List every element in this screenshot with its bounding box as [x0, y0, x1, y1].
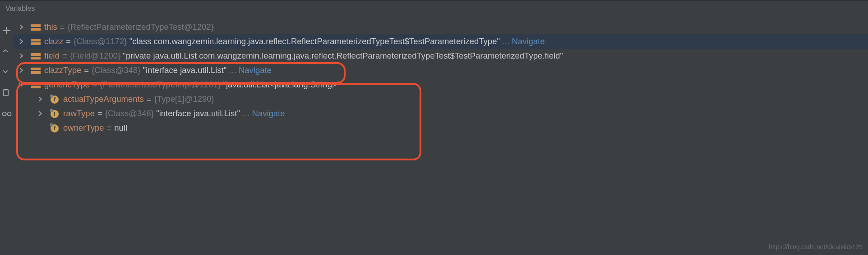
string-value: "class com.wangzemin.learning.java.refle… — [129, 36, 500, 46]
chevron-right-icon[interactable] — [35, 109, 45, 118]
svg-rect-5 — [31, 28, 41, 31]
ellipsis: … — [228, 65, 237, 75]
ellipsis: … — [242, 109, 250, 118]
object-reference: {Class@348} — [105, 109, 154, 118]
svg-rect-8 — [31, 53, 41, 56]
navigate-link[interactable]: Navigate — [512, 36, 545, 46]
table-row[interactable]: f rawType = {Class@348} "interface java.… — [13, 106, 868, 121]
object-icon — [31, 23, 41, 31]
object-reference: {Field@1200} — [70, 51, 120, 61]
string-value: "interface java.util.List" — [143, 65, 226, 75]
svg-point-22 — [50, 123, 53, 127]
panel-title: Variables — [0, 1, 868, 17]
navigate-link[interactable]: Navigate — [239, 65, 272, 75]
variables-tree: this = {ReflectParameterizedTypeTest@120… — [13, 20, 868, 135]
variable-name: actualTypeArguments — [63, 94, 144, 104]
equals-sign: = — [84, 65, 89, 75]
variable-name: clazzType — [44, 65, 81, 75]
svg-rect-0 — [4, 90, 9, 96]
svg-point-3 — [7, 112, 11, 116]
chevron-up-icon[interactable] — [2, 47, 11, 56]
svg-rect-10 — [31, 68, 41, 70]
glasses-icon[interactable] — [2, 109, 11, 118]
variable-name: ownerType — [63, 123, 104, 133]
table-row[interactable]: field = {Field@1200} "private java.util.… — [13, 49, 868, 63]
null-value: null — [114, 123, 127, 133]
svg-point-16 — [50, 95, 53, 98]
clipboard-icon[interactable] — [2, 88, 11, 97]
chevron-right-icon[interactable] — [16, 22, 26, 32]
object-icon — [31, 37, 41, 46]
equals-sign: = — [60, 22, 65, 32]
equals-sign: = — [147, 94, 152, 104]
equals-sign: = — [107, 123, 112, 133]
variable-name: rawType — [63, 109, 95, 118]
object-reference: {Type[1]@1290} — [154, 94, 214, 104]
equals-sign: = — [97, 109, 102, 118]
equals-sign: = — [62, 51, 67, 61]
svg-point-19 — [50, 109, 53, 112]
equals-sign: = — [92, 80, 97, 90]
ellipsis: … — [502, 36, 510, 46]
chevron-down-icon[interactable] — [2, 68, 11, 77]
field-icon: f — [50, 109, 60, 118]
object-reference: {ParameterizedTypeImpl@1201} — [100, 80, 221, 90]
svg-rect-13 — [31, 86, 41, 88]
chevron-right-icon[interactable] — [35, 94, 45, 104]
string-value: "java.util.List<java.lang.String>" — [223, 80, 340, 90]
equals-sign: = — [66, 36, 71, 46]
table-row[interactable]: f actualTypeArguments = {Type[1]@1290} — [13, 92, 868, 106]
object-icon — [31, 81, 41, 89]
variable-name: clazz — [44, 36, 63, 46]
svg-rect-11 — [31, 71, 41, 74]
table-row[interactable]: genericType = {ParameterizedTypeImpl@120… — [13, 77, 868, 92]
table-row[interactable]: clazzType = {Class@348} "interface java.… — [13, 63, 868, 77]
object-reference: {Class@348} — [92, 65, 140, 75]
variable-name: this — [44, 22, 57, 32]
chevron-right-icon[interactable] — [16, 36, 26, 46]
svg-rect-12 — [31, 82, 41, 85]
table-row[interactable]: this = {ReflectParameterizedTypeTest@120… — [13, 20, 868, 34]
object-reference: {ReflectParameterizedTypeTest@1202} — [68, 22, 214, 32]
object-icon — [31, 66, 41, 74]
variable-name: field — [44, 51, 60, 61]
chevron-right-icon[interactable] — [16, 65, 26, 75]
svg-rect-7 — [31, 42, 41, 45]
object-reference: {Class@1172} — [74, 36, 127, 46]
navigate-link[interactable]: Navigate — [252, 109, 285, 118]
string-value: "interface java.util.List" — [156, 109, 240, 118]
svg-rect-4 — [31, 24, 41, 27]
svg-rect-1 — [5, 89, 7, 91]
left-toolbar — [0, 20, 13, 118]
svg-rect-6 — [31, 39, 41, 41]
field-icon: f — [50, 94, 60, 104]
field-icon: f — [50, 123, 60, 133]
svg-point-2 — [2, 112, 6, 116]
watermark: https://blog.csdn.net/dieaixia5129 — [769, 243, 863, 250]
table-row[interactable]: f ownerType = null — [13, 121, 868, 135]
variable-name: genericType — [44, 80, 90, 90]
object-icon — [31, 52, 41, 60]
table-row[interactable]: clazz = {Class@1172} "class com.wangzemi… — [13, 34, 868, 49]
chevron-down-icon[interactable] — [16, 80, 26, 90]
string-value: "private java.util.List com.wangzemin.le… — [123, 51, 563, 61]
add-icon[interactable] — [2, 26, 11, 35]
chevron-right-icon[interactable] — [16, 51, 26, 61]
svg-rect-9 — [31, 57, 41, 59]
